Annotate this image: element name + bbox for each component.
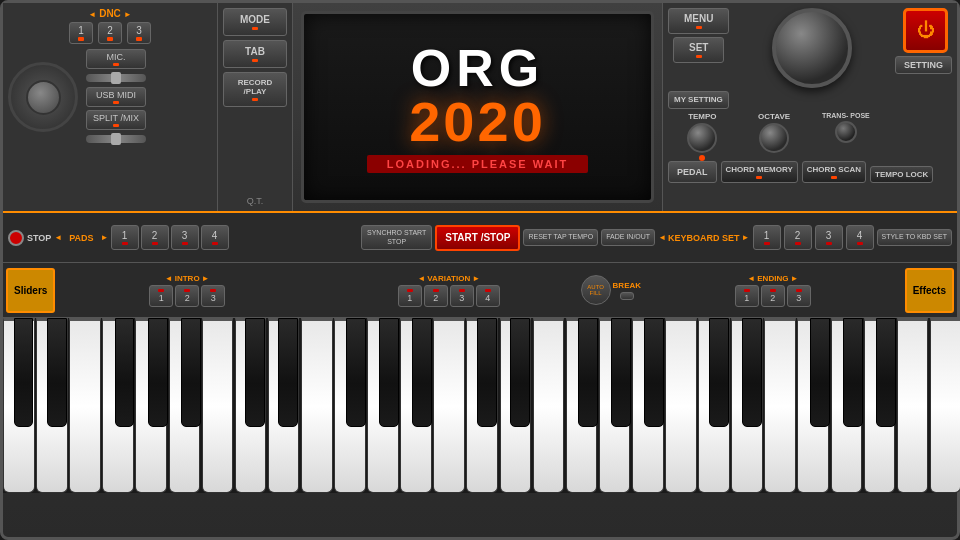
set-btn[interactable]: SET	[673, 37, 724, 63]
black-key-16[interactable]	[742, 318, 762, 427]
black-key-4[interactable]	[181, 318, 201, 427]
black-key-6[interactable]	[278, 318, 298, 427]
mic-btn[interactable]: MIC.	[86, 49, 146, 69]
joystick-area: MIC. USB MIDI SPLIT /MIX	[8, 49, 212, 145]
tab-btn[interactable]: TAB	[223, 40, 287, 68]
transpose-knob[interactable]	[835, 121, 857, 143]
intro-btn-2[interactable]: 2	[175, 285, 199, 307]
white-key-16[interactable]	[533, 318, 565, 493]
kbd-set-area: ◄ KEYBOARD SET ►	[658, 233, 749, 243]
white-key-23[interactable]	[764, 318, 796, 493]
split-slider[interactable]	[86, 135, 146, 143]
usb-midi-btn[interactable]: USB MIDI	[86, 87, 146, 107]
display-org: ORG	[411, 42, 544, 94]
black-key-12[interactable]	[578, 318, 598, 427]
black-key-0[interactable]	[14, 318, 34, 427]
joystick[interactable]	[8, 62, 78, 132]
kbd-btn-3[interactable]: 3	[815, 225, 843, 250]
black-key-3[interactable]	[148, 318, 168, 427]
variation-btn-3[interactable]: 3	[450, 285, 474, 307]
black-key-17[interactable]	[810, 318, 830, 427]
top-section: DNC 1 2 3 MIC. USB MIDI	[3, 3, 957, 213]
mode-btn[interactable]: MODE	[223, 8, 287, 36]
kbd-btn-4[interactable]: 4	[846, 225, 874, 250]
pad-btn-4[interactable]: 4	[201, 225, 229, 250]
white-key-13[interactable]	[433, 318, 465, 493]
black-key-8[interactable]	[379, 318, 399, 427]
menu-set-col: MENU SET	[668, 8, 729, 63]
black-key-9[interactable]	[412, 318, 432, 427]
start-stop-btn[interactable]: START /STOP	[435, 225, 520, 251]
intro-label: ◄ INTRO ►	[165, 274, 210, 283]
power-btn[interactable]: ⏻	[903, 8, 948, 53]
split-mix-btn[interactable]: SPLIT /MIX	[86, 110, 146, 130]
split-slider-thumb	[111, 133, 121, 145]
stop-circle[interactable]	[8, 230, 24, 246]
white-key-2[interactable]	[69, 318, 101, 493]
intro-btn-3[interactable]: 3	[201, 285, 225, 307]
transpose-label: TRANS- POSE	[822, 112, 870, 119]
synchro-start-btn[interactable]: SYNCHRO START STOP	[361, 225, 432, 250]
pad-btn-2[interactable]: 2	[141, 225, 169, 250]
variation-btn-1[interactable]: 1	[398, 285, 422, 307]
setting-btn[interactable]: SETTING	[895, 56, 952, 74]
my-setting-btn[interactable]: MY SETTING	[668, 91, 729, 109]
effects-btn[interactable]: Effects	[905, 268, 954, 313]
record-play-btn[interactable]: RECORD /PLAY	[223, 72, 287, 107]
ending-btn-1[interactable]: 1	[735, 285, 759, 307]
right-panel: MENU SET ⏻ SETTING MY SETTING TEMPO	[662, 3, 957, 211]
transpose-col: TRANS- POSE	[812, 112, 881, 161]
black-key-11[interactable]	[510, 318, 530, 427]
octave-label: OCTAVE	[758, 112, 790, 121]
dnc-section: DNC 1 2 3	[8, 8, 212, 44]
dnc-label: DNC	[8, 8, 212, 19]
dnc-btn-1[interactable]: 1	[69, 22, 93, 44]
dnc-btn-2[interactable]: 2	[98, 22, 122, 44]
chord-scan-btn[interactable]: CHORD SCAN	[802, 161, 866, 184]
black-key-2[interactable]	[115, 318, 135, 427]
display-year: 2020	[409, 94, 546, 150]
octave-knob[interactable]	[759, 123, 789, 153]
intro-btn-1[interactable]: 1	[149, 285, 173, 307]
tempo-label: TEMPO	[688, 112, 716, 121]
white-key-6[interactable]	[202, 318, 234, 493]
black-key-13[interactable]	[611, 318, 631, 427]
variation-btn-4[interactable]: 4	[476, 285, 500, 307]
ending-btn-3[interactable]: 3	[787, 285, 811, 307]
piano-keys	[3, 318, 957, 493]
reset-btn[interactable]: RESET TAP TEMPO	[523, 229, 598, 245]
white-key-9[interactable]	[301, 318, 333, 493]
pedal-section: PEDAL	[668, 161, 717, 183]
kbd-btn-1[interactable]: 1	[753, 225, 781, 250]
black-key-5[interactable]	[245, 318, 265, 427]
kbd-btn-2[interactable]: 2	[784, 225, 812, 250]
tempo-knob[interactable]	[687, 123, 717, 153]
black-key-10[interactable]	[477, 318, 497, 427]
mic-slider[interactable]	[86, 74, 146, 82]
black-key-15[interactable]	[709, 318, 729, 427]
ending-btn-2[interactable]: 2	[761, 285, 785, 307]
style-to-kbd-btn[interactable]: STYLE TO KBD SET	[877, 229, 953, 245]
main-knob[interactable]	[772, 8, 852, 88]
black-key-14[interactable]	[644, 318, 664, 427]
pad-btn-3[interactable]: 3	[171, 225, 199, 250]
black-key-7[interactable]	[346, 318, 366, 427]
chord-memory-btn[interactable]: CHORD MEMORY	[721, 161, 798, 184]
menu-btn[interactable]: MENU	[668, 8, 729, 34]
pedal-btn[interactable]: PEDAL	[668, 161, 717, 183]
fade-btn[interactable]: FADE IN/OUT	[601, 229, 655, 245]
pad-btn-1[interactable]: 1	[111, 225, 139, 250]
white-key-27[interactable]	[897, 318, 929, 493]
break-btn[interactable]	[620, 292, 634, 300]
white-key-20[interactable]	[665, 318, 697, 493]
dnc-btn-3[interactable]: 3	[127, 22, 151, 44]
sliders-btn[interactable]: Sliders	[6, 268, 55, 313]
tempo-lock-btn[interactable]: TEMPO LOCK	[870, 166, 933, 184]
black-key-1[interactable]	[47, 318, 67, 427]
black-key-19[interactable]	[876, 318, 896, 427]
auto-fill-btn[interactable]: AUTO FILL	[581, 275, 611, 305]
white-key-28[interactable]	[930, 318, 960, 493]
black-key-18[interactable]	[843, 318, 863, 427]
transport-section: STOP ◄ PADS ► 1 2 3 4 SYNCHRO START STOP…	[3, 213, 957, 263]
variation-btn-2[interactable]: 2	[424, 285, 448, 307]
